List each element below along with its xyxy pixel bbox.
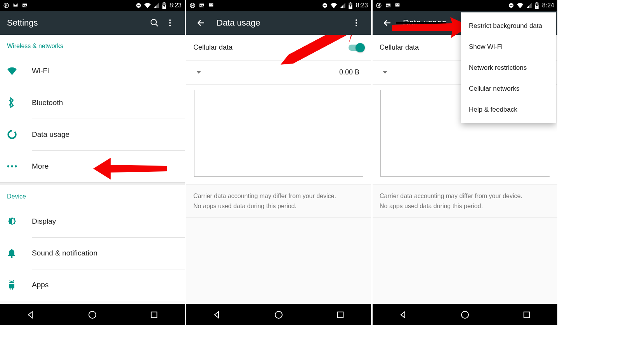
mail-icon [394,2,401,9]
back-button[interactable] [193,15,209,31]
menu-show-wifi[interactable]: Show Wi-Fi [461,36,556,57]
screen-data-usage-menu: 8:24 Data usage Cellular data Carrier da… [373,0,557,325]
overflow-menu-button[interactable] [162,15,178,31]
picture-icon [385,2,391,9]
bell-icon [7,248,32,258]
data-usage-icon [7,129,32,140]
data-usage-content: Cellular data 0.00 B Carrier data accoun… [186,35,371,304]
svg-point-14 [11,165,13,167]
svg-point-15 [15,165,17,167]
search-button[interactable] [147,15,162,31]
list-label: More [32,162,49,171]
svg-rect-1 [23,3,27,7]
settings-item-more[interactable]: More [0,150,185,182]
svg-point-30 [356,19,357,21]
settings-item-bluetooth[interactable]: Bluetooth [0,87,185,119]
settings-content: Wireless & networks Wi-Fi Bluetooth Data… [0,35,185,304]
svg-rect-26 [324,5,326,5]
svg-rect-24 [199,3,204,7]
clock-text: 8:24 [542,2,554,9]
menu-restrict-bg-data[interactable]: Restrict background data [461,16,556,36]
cycle-spinner-row[interactable]: 0.00 B [186,60,371,85]
svg-point-12 [8,131,16,138]
app-bar: Data usage [186,11,371,35]
display-icon [7,216,32,226]
svg-rect-3 [137,5,140,5]
nav-bar [186,304,371,325]
footer-line-2: No apps used data during this period. [193,201,364,211]
status-bar: 8:23 [186,0,371,11]
page-title: Settings [7,18,38,28]
back-nav-button[interactable] [201,310,232,319]
back-nav-button[interactable] [15,310,46,319]
settings-item-display[interactable]: Display [0,205,185,237]
more-icon [7,165,32,168]
nfc-icon [189,2,196,9]
footer-line-1: Carrier data accounting may differ from … [380,191,550,201]
menu-network-restrictions[interactable]: Network restrictions [461,57,556,78]
picture-icon [22,2,28,9]
svg-rect-6 [163,2,165,3]
settings-item-apps[interactable]: Apps [0,269,185,301]
signal-icon [526,2,532,9]
cellular-data-label: Cellular data [193,43,349,52]
screen-settings: 8:23 Settings Wireless & networks Wi-Fi [0,0,185,325]
chevron-down-icon [383,71,387,74]
cellular-data-toggle-row[interactable]: Cellular data [186,35,371,60]
overflow-menu: Restrict background data Show Wi-Fi Netw… [461,12,556,123]
strike-line [396,22,446,24]
usage-footer: Carrier data accounting may differ from … [186,185,371,217]
mail-icon [12,2,19,9]
list-label: Apps [32,281,49,289]
footer-line-2: No apps used data during this period. [380,201,550,211]
svg-point-7 [151,19,156,25]
nfc-icon [3,2,9,9]
list-label: Sound & notification [32,249,97,257]
svg-rect-41 [536,2,538,3]
picture-icon [199,2,205,9]
mail-icon [208,2,214,9]
wifi-icon [330,2,337,9]
usage-footer: Carrier data accounting may differ from … [373,185,557,217]
bluetooth-icon [7,97,32,108]
nfc-icon [376,2,382,9]
back-button[interactable] [380,15,395,31]
recents-nav-button[interactable] [139,311,170,319]
settings-item-data-usage[interactable]: Data usage [0,119,185,150]
svg-line-20 [13,280,14,281]
recents-nav-button[interactable] [511,311,542,319]
signal-icon [340,2,346,9]
svg-point-11 [169,25,171,26]
dnd-icon [508,2,514,9]
data-usage-value: 0.00 B [339,68,359,76]
svg-point-33 [275,311,282,318]
overflow-menu-button[interactable] [349,15,364,31]
clock-text: 8:23 [170,2,182,9]
app-bar: Settings [0,11,185,35]
home-nav-button[interactable] [77,310,108,319]
svg-point-16 [11,256,13,258]
section-divider [0,182,185,185]
android-icon [7,280,32,290]
svg-point-31 [356,22,357,24]
recents-nav-button[interactable] [325,311,356,319]
svg-point-21 [89,311,96,318]
menu-help-feedback[interactable]: Help & feedback [461,99,556,120]
cellular-data-switch[interactable] [349,45,364,51]
status-bar: 8:24 [373,0,557,11]
back-nav-button[interactable] [388,310,419,319]
wifi-icon [7,67,32,75]
settings-item-wifi[interactable]: Wi-Fi [0,55,185,87]
menu-cellular-networks[interactable]: Cellular networks [461,78,556,99]
home-nav-button[interactable] [449,310,480,319]
svg-point-10 [169,22,171,24]
settings-item-sound[interactable]: Sound & notification [0,237,185,269]
footer-line-1: Carrier data accounting may differ from … [193,191,364,201]
home-nav-button[interactable] [263,310,294,319]
svg-point-13 [7,165,9,167]
svg-point-32 [356,25,357,26]
svg-point-42 [461,311,468,318]
chevron-down-icon [196,71,201,74]
battery-icon [162,2,167,9]
svg-line-8 [156,24,158,26]
